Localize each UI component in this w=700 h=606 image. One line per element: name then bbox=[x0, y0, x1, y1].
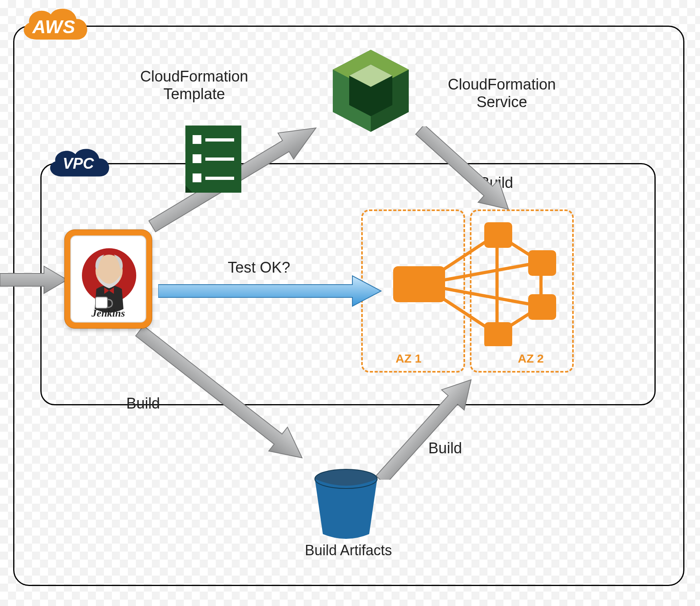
s3-bucket-icon bbox=[312, 468, 380, 540]
cfn-template-icon bbox=[185, 126, 241, 193]
cloudformation-service-icon bbox=[328, 47, 414, 134]
svg-rect-27 bbox=[528, 250, 556, 276]
az2-label: AZ 2 bbox=[518, 352, 544, 365]
arrow-test-ok bbox=[158, 274, 382, 308]
svg-marker-36 bbox=[132, 324, 311, 470]
jenkins-node: Jenkins bbox=[64, 229, 152, 329]
deployment-cluster-icon bbox=[377, 222, 565, 346]
svg-rect-26 bbox=[484, 222, 512, 248]
cfn-service-label: CloudFormation Service bbox=[426, 76, 578, 111]
az1-label: AZ 1 bbox=[396, 352, 422, 365]
svg-marker-35 bbox=[158, 276, 381, 306]
svg-marker-32 bbox=[0, 266, 67, 293]
aws-cloud-badge: AWS bbox=[15, 2, 93, 50]
arrow-cfn-to-build bbox=[412, 126, 523, 218]
svg-rect-10 bbox=[205, 157, 234, 161]
svg-rect-28 bbox=[528, 294, 556, 320]
svg-rect-8 bbox=[205, 138, 234, 142]
svg-marker-34 bbox=[412, 126, 519, 218]
svg-rect-29 bbox=[484, 322, 512, 346]
svg-rect-9 bbox=[193, 154, 201, 163]
arrow-bucket-to-cluster bbox=[372, 368, 491, 480]
build-artifacts-label: Build Artifacts bbox=[296, 542, 400, 558]
svg-rect-16 bbox=[95, 297, 107, 308]
cfn-template-label: CloudFormation Template bbox=[118, 68, 270, 103]
arrow-jenkins-to-bucket bbox=[132, 324, 324, 476]
svg-rect-25 bbox=[393, 266, 445, 302]
jenkins-logo: Jenkins bbox=[70, 235, 146, 323]
svg-rect-12 bbox=[205, 177, 234, 180]
svg-rect-7 bbox=[193, 135, 201, 144]
vpc-cloud-label: VPC bbox=[42, 155, 114, 172]
arrow-inbound-to-jenkins bbox=[0, 264, 68, 296]
svg-marker-37 bbox=[372, 370, 482, 480]
vpc-cloud-badge: VPC bbox=[42, 143, 114, 185]
aws-cloud-label: AWS bbox=[15, 16, 93, 38]
jenkins-label: Jenkins bbox=[71, 307, 145, 319]
svg-rect-11 bbox=[193, 173, 201, 182]
